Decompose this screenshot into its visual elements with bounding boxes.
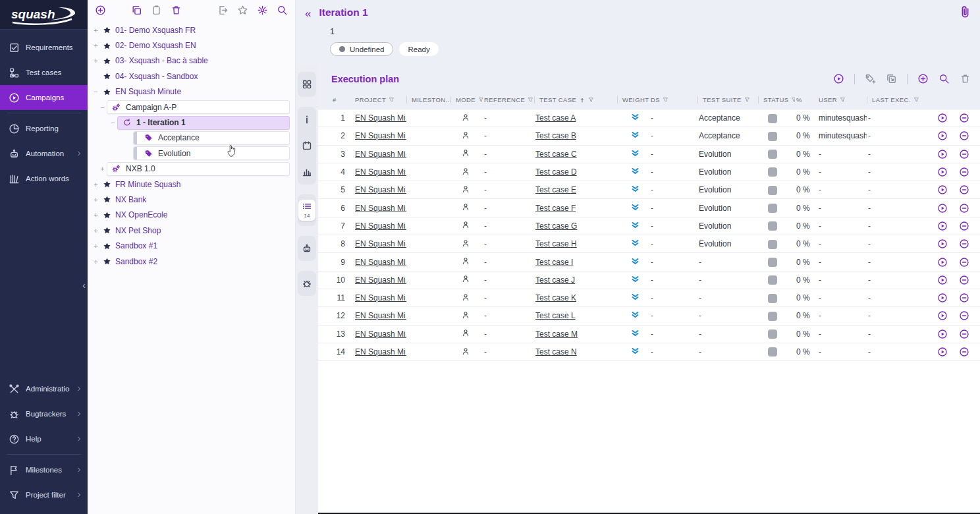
- remove-row-button[interactable]: [959, 293, 969, 303]
- attachments-icon[interactable]: [959, 5, 971, 19]
- run-row-button[interactable]: [937, 310, 948, 321]
- table-row[interactable]: 10EN Squash Mi...-Test case J--0 %--: [318, 271, 980, 289]
- filter-icon[interactable]: [744, 97, 750, 103]
- run-row-button[interactable]: [937, 113, 948, 123]
- tree-project[interactable]: + 01- Demo Xsquash FR: [88, 22, 295, 38]
- status-ready-indicator[interactable]: [768, 347, 777, 357]
- remove-row-button[interactable]: [959, 203, 969, 214]
- run-row-button[interactable]: [937, 203, 948, 214]
- column-header-testcase[interactable]: TEST CASE: [534, 96, 617, 103]
- remove-row-button[interactable]: [959, 113, 969, 123]
- tree-project[interactable]: + NX Pet Shop: [88, 223, 295, 238]
- sidebar-item-campaigns[interactable]: Campaigns: [0, 85, 88, 110]
- project-label[interactable]: EN Squash Minute: [115, 87, 181, 96]
- status-ready-indicator[interactable]: [768, 312, 777, 321]
- project-link[interactable]: EN Squash Mi...: [355, 347, 406, 357]
- tree-project[interactable]: + NX OpenEcole: [88, 208, 295, 223]
- project-label[interactable]: Sandbox #2: [115, 257, 157, 266]
- status-ready-indicator[interactable]: [768, 186, 777, 195]
- run-row-button[interactable]: [937, 257, 948, 268]
- tree-project[interactable]: + 02- Demo Xsquash EN: [88, 38, 295, 53]
- tree-expander[interactable]: +: [92, 227, 100, 235]
- back-button[interactable]: «: [305, 8, 311, 19]
- tree-project[interactable]: + Sandbox #2: [88, 254, 295, 269]
- rail-dashboard[interactable]: [298, 77, 315, 92]
- project-link[interactable]: EN Squash Mi...: [355, 113, 406, 123]
- project-link[interactable]: EN Squash Mi...: [355, 167, 406, 177]
- tree-expander[interactable]: +: [92, 181, 100, 188]
- run-row-button[interactable]: [937, 239, 948, 249]
- remove-rows-button[interactable]: [960, 73, 971, 84]
- tree-project[interactable]: + 03- Xsquash - Bac à sable: [88, 53, 295, 69]
- tree-expander[interactable]: +: [92, 42, 100, 49]
- new-campaign-button[interactable]: [95, 5, 106, 16]
- status-ready-indicator[interactable]: [768, 132, 777, 141]
- table-row[interactable]: 2EN Squash Mi...-Test case B-Acceptance0…: [318, 127, 980, 145]
- rail-automation[interactable]: [298, 241, 315, 256]
- test-case-link[interactable]: Test case F: [535, 204, 576, 213]
- status-ready-indicator[interactable]: [768, 329, 777, 339]
- tree-expander[interactable]: −: [92, 88, 100, 96]
- test-case-link[interactable]: Test case A: [535, 113, 576, 123]
- table-row[interactable]: 6EN Squash Mi...-Test case F-Evolution0 …: [318, 199, 980, 217]
- status-ready-indicator[interactable]: [768, 275, 777, 285]
- test-case-link[interactable]: Test case L: [535, 311, 576, 320]
- remove-row-button[interactable]: [959, 185, 969, 195]
- favorites-button[interactable]: [237, 5, 248, 16]
- test-case-link[interactable]: Test case H: [535, 239, 577, 248]
- table-row[interactable]: 7EN Squash Mi...-Test case G-Evolution0 …: [318, 217, 980, 235]
- copy-node-button[interactable]: [131, 5, 142, 16]
- sidebar-item-project-filter[interactable]: Project filter: [0, 482, 88, 507]
- run-row-button[interactable]: [937, 275, 948, 285]
- tree-expander[interactable]: −: [98, 103, 107, 111]
- run-execution-button[interactable]: [833, 73, 844, 84]
- project-link[interactable]: EN Squash Mi...: [355, 221, 406, 231]
- column-header-ds[interactable]: DS: [649, 96, 697, 103]
- project-link[interactable]: EN Squash Mi...: [355, 293, 406, 302]
- tree-suite-card[interactable]: Acceptance: [133, 131, 290, 145]
- tree-project[interactable]: + FR Minute Squash: [88, 177, 295, 192]
- project-link[interactable]: EN Squash Mi...: [355, 204, 406, 213]
- run-row-button[interactable]: [937, 347, 948, 357]
- test-case-link[interactable]: Test case D: [535, 167, 577, 177]
- tree-project[interactable]: 04- Xsquash - Sandbox: [88, 69, 295, 84]
- import-export-button[interactable]: [217, 5, 229, 16]
- sidebar-item-requirements[interactable]: Requirements: [0, 35, 88, 60]
- table-row[interactable]: 11EN Squash Mi...-Test case K--0 %--: [318, 289, 980, 307]
- search-table-button[interactable]: [939, 73, 950, 84]
- project-label[interactable]: NX Pet Shop: [115, 226, 161, 235]
- rail-execution-plan[interactable]: 14: [298, 200, 315, 221]
- project-label[interactable]: 02- Demo Xsquash EN: [115, 41, 196, 50]
- status-chip-undefined[interactable]: Undefined: [330, 42, 393, 56]
- project-label[interactable]: 01- Demo Xsquash FR: [115, 26, 196, 35]
- remove-row-button[interactable]: [959, 167, 969, 177]
- status-ready-indicator[interactable]: [768, 114, 777, 123]
- run-row-button[interactable]: [937, 293, 948, 303]
- test-case-link[interactable]: Test case B: [535, 131, 576, 140]
- column-header-user[interactable]: USER: [817, 96, 867, 103]
- table-row[interactable]: 14EN Squash Mi...-Test case N--0 %--: [318, 343, 980, 361]
- remove-row-button[interactable]: [959, 257, 969, 268]
- remove-row-button[interactable]: [959, 130, 969, 141]
- project-label[interactable]: FR Minute Squash: [115, 180, 180, 189]
- mass-edit-button[interactable]: [886, 73, 897, 84]
- filter-icon[interactable]: [663, 97, 668, 103]
- create-test-suite-button[interactable]: [865, 73, 876, 84]
- run-row-button[interactable]: [937, 167, 948, 177]
- run-row-button[interactable]: [937, 149, 948, 159]
- project-link[interactable]: EN Squash Mi...: [355, 239, 406, 248]
- test-case-link[interactable]: Test case E: [535, 185, 576, 194]
- run-row-button[interactable]: [937, 130, 948, 141]
- run-row-button[interactable]: [937, 221, 948, 231]
- status-chip-ready[interactable]: Ready: [399, 42, 438, 56]
- remove-row-button[interactable]: [959, 310, 969, 321]
- status-ready-indicator[interactable]: [768, 240, 777, 249]
- tree-expander[interactable]: −: [109, 119, 117, 127]
- tree-expander[interactable]: +: [92, 258, 100, 266]
- column-header-suite[interactable]: TEST SUITE: [697, 96, 758, 103]
- sidebar-item-test-cases[interactable]: Test cases: [0, 60, 88, 85]
- status-ready-indicator[interactable]: [768, 221, 777, 231]
- rail-issues[interactable]: [298, 276, 315, 291]
- sidebar-item-automation[interactable]: Automation: [0, 141, 88, 166]
- project-link[interactable]: EN Squash Mi...: [355, 311, 406, 320]
